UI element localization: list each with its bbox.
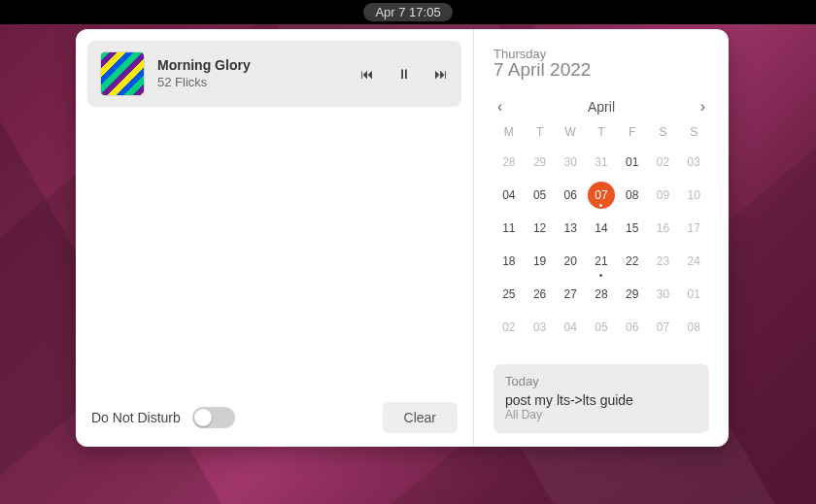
event-dot-icon xyxy=(599,204,602,207)
calendar-dow: M xyxy=(493,125,525,143)
clear-button[interactable]: Clear xyxy=(383,402,458,433)
calendar-day[interactable]: 09 xyxy=(648,182,679,209)
calendar-day[interactable]: 19 xyxy=(525,248,556,275)
events-card[interactable]: Today post my lts->lts guide All Day xyxy=(493,364,709,433)
calendar-day[interactable]: 06 xyxy=(617,314,648,341)
event-time: All Day xyxy=(505,408,697,421)
calendar-day[interactable]: 02 xyxy=(493,314,525,341)
calendar-day-today[interactable]: 07 xyxy=(588,182,615,209)
calendar-day[interactable]: 14 xyxy=(586,215,617,242)
calendar-day[interactable]: 26 xyxy=(525,281,556,308)
dnd-control: Do Not Disturb xyxy=(91,407,235,428)
calendar-day[interactable]: 06 xyxy=(555,182,586,209)
calendar-next-icon[interactable]: › xyxy=(697,98,709,116)
calendar-day[interactable]: 23 xyxy=(648,248,679,275)
events-heading: Today xyxy=(505,374,697,388)
calendar-day[interactable]: 03 xyxy=(525,314,556,341)
date-full: 7 April 2022 xyxy=(493,59,709,81)
calendar-day[interactable]: 05 xyxy=(586,314,617,341)
dnd-label: Do Not Disturb xyxy=(91,410,181,425)
event-dot-icon xyxy=(599,274,602,277)
media-title: Morning Glory xyxy=(157,57,347,75)
media-prev-icon[interactable]: ⏮ xyxy=(360,66,374,82)
calendar-day[interactable]: 08 xyxy=(678,314,709,341)
notifications-area: Morning Glory 52 Flicks ⏮ ⏸ ⏭ xyxy=(76,29,473,388)
calendar-day[interactable]: 22 xyxy=(617,248,648,275)
calendar-day[interactable]: 18 xyxy=(493,248,525,275)
dnd-toggle[interactable] xyxy=(192,407,235,428)
calendar-day[interactable]: 21 xyxy=(586,248,617,275)
calendar-day[interactable]: 16 xyxy=(648,215,679,242)
calendar-day[interactable]: 01 xyxy=(617,149,648,176)
calendar-prev-icon[interactable]: ‹ xyxy=(493,98,506,116)
calendar-day[interactable]: 30 xyxy=(648,281,679,308)
calendar-day[interactable]: 29 xyxy=(525,149,556,176)
calendar-dow: F xyxy=(617,125,648,143)
media-artist: 52 Flicks xyxy=(157,75,347,90)
top-bar: Apr 7 17:05 xyxy=(0,0,816,24)
media-play-icon[interactable]: ⏸ xyxy=(397,66,411,82)
calendar-day[interactable]: 04 xyxy=(493,182,525,209)
calendar-day[interactable]: 24 xyxy=(678,248,709,275)
calendar-day[interactable]: 03 xyxy=(678,149,709,176)
calendar-day[interactable]: 17 xyxy=(678,215,709,242)
calendar-grid: MTWTFSS282930310102030405060708091011121… xyxy=(493,125,709,341)
calendar-dow: S xyxy=(648,125,679,143)
event-title: post my lts->lts guide xyxy=(505,392,697,408)
calendar-day[interactable]: 01 xyxy=(678,281,709,308)
media-next-icon[interactable]: ⏭ xyxy=(434,66,448,82)
calendar-day[interactable]: 28 xyxy=(586,281,617,308)
calendar-day[interactable]: 04 xyxy=(555,314,586,341)
album-art-icon xyxy=(101,52,144,95)
notifications-column: Morning Glory 52 Flicks ⏮ ⏸ ⏭ Do Not Dis… xyxy=(76,29,474,447)
media-notification[interactable]: Morning Glory 52 Flicks ⏮ ⏸ ⏭ xyxy=(87,41,461,107)
notifications-footer: Do Not Disturb Clear xyxy=(76,388,473,447)
calendar-day[interactable]: 11 xyxy=(493,215,525,242)
calendar-day[interactable]: 27 xyxy=(555,281,586,308)
calendar-day[interactable]: 28 xyxy=(493,149,525,176)
datetime-panel: Morning Glory 52 Flicks ⏮ ⏸ ⏭ Do Not Dis… xyxy=(76,29,729,447)
calendar-day[interactable]: 02 xyxy=(648,149,679,176)
calendar-day[interactable]: 08 xyxy=(617,182,648,209)
calendar-day[interactable]: 30 xyxy=(555,149,586,176)
calendar-dow: S xyxy=(678,125,709,143)
calendar-day[interactable]: 20 xyxy=(555,248,586,275)
calendar-day[interactable]: 31 xyxy=(586,149,617,176)
media-controls: ⏮ ⏸ ⏭ xyxy=(360,66,448,82)
calendar-dow: W xyxy=(555,125,586,143)
calendar-dow: T xyxy=(525,125,556,143)
calendar-day[interactable]: 07 xyxy=(648,314,679,341)
calendar-day[interactable]: 05 xyxy=(525,182,556,209)
calendar-day[interactable]: 25 xyxy=(493,281,525,308)
calendar-day[interactable]: 12 xyxy=(525,215,556,242)
media-text: Morning Glory 52 Flicks xyxy=(157,57,347,90)
calendar-header: ‹ April › xyxy=(493,98,709,116)
calendar-month-label: April xyxy=(588,99,615,115)
calendar-day[interactable]: 15 xyxy=(617,215,648,242)
calendar-day[interactable]: 13 xyxy=(555,215,586,242)
clock-pill[interactable]: Apr 7 17:05 xyxy=(363,3,452,21)
calendar-column: Thursday 7 April 2022 ‹ April › MTWTFSS2… xyxy=(474,29,729,447)
calendar-day[interactable]: 29 xyxy=(617,281,648,308)
calendar-day[interactable]: 10 xyxy=(678,182,709,209)
calendar-dow: T xyxy=(586,125,617,143)
